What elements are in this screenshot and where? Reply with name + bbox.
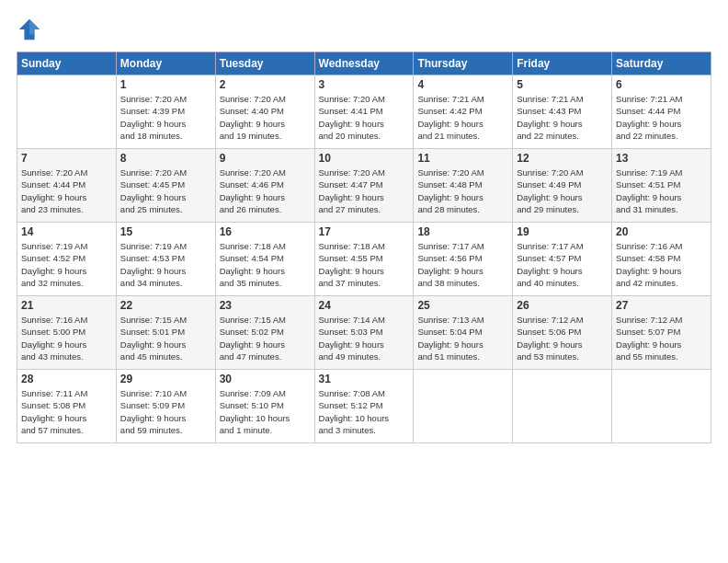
week-row-0: 1Sunrise: 7:20 AMSunset: 4:39 PMDaylight…	[17, 75, 711, 149]
day-info: Sunrise: 7:09 AMSunset: 5:10 PMDaylight:…	[220, 387, 311, 436]
day-cell	[513, 370, 612, 443]
day-number: 20	[616, 225, 707, 238]
day-info: Sunrise: 7:20 AMSunset: 4:44 PMDaylight:…	[21, 167, 112, 215]
day-number: 4	[417, 78, 508, 91]
weekday-tuesday: Tuesday	[215, 52, 314, 75]
weekday-saturday: Saturday	[612, 52, 711, 75]
day-info: Sunrise: 7:08 AMSunset: 5:12 PMDaylight:…	[319, 387, 410, 436]
day-number: 17	[319, 225, 410, 238]
day-info: Sunrise: 7:21 AMSunset: 4:43 PMDaylight:…	[517, 93, 608, 142]
day-cell: 3Sunrise: 7:20 AMSunset: 4:41 PMDaylight…	[314, 75, 414, 149]
day-info: Sunrise: 7:14 AMSunset: 5:03 PMDaylight:…	[319, 314, 410, 362]
day-info: Sunrise: 7:20 AMSunset: 4:46 PMDaylight:…	[220, 167, 311, 215]
day-cell: 29Sunrise: 7:10 AMSunset: 5:09 PMDayligh…	[116, 370, 215, 443]
day-number: 22	[120, 299, 211, 312]
day-cell: 19Sunrise: 7:17 AMSunset: 4:57 PMDayligh…	[513, 223, 612, 296]
day-info: Sunrise: 7:16 AMSunset: 5:00 PMDaylight:…	[21, 314, 112, 362]
day-number: 2	[220, 78, 311, 91]
day-number: 18	[417, 225, 508, 238]
day-info: Sunrise: 7:10 AMSunset: 5:09 PMDaylight:…	[120, 387, 211, 436]
day-number: 3	[319, 78, 410, 91]
day-cell: 22Sunrise: 7:15 AMSunset: 5:01 PMDayligh…	[116, 296, 215, 370]
day-cell: 15Sunrise: 7:19 AMSunset: 4:53 PMDayligh…	[116, 223, 215, 296]
day-info: Sunrise: 7:15 AMSunset: 5:02 PMDaylight:…	[220, 314, 311, 362]
day-info: Sunrise: 7:20 AMSunset: 4:41 PMDaylight:…	[319, 93, 410, 142]
day-cell	[612, 370, 711, 443]
weekday-friday: Friday	[513, 52, 612, 75]
day-cell: 1Sunrise: 7:20 AMSunset: 4:39 PMDaylight…	[116, 75, 215, 149]
day-info: Sunrise: 7:21 AMSunset: 4:44 PMDaylight:…	[616, 93, 707, 142]
day-cell: 9Sunrise: 7:20 AMSunset: 4:46 PMDaylight…	[215, 149, 314, 223]
svg-marker-1	[29, 19, 40, 35]
week-row-2: 14Sunrise: 7:19 AMSunset: 4:52 PMDayligh…	[17, 223, 711, 296]
day-number: 1	[120, 78, 211, 91]
day-number: 16	[220, 225, 311, 238]
day-cell: 30Sunrise: 7:09 AMSunset: 5:10 PMDayligh…	[215, 370, 314, 443]
day-info: Sunrise: 7:20 AMSunset: 4:45 PMDaylight:…	[120, 167, 211, 215]
calendar-header: SundayMondayTuesdayWednesdayThursdayFrid…	[17, 52, 711, 75]
day-number: 26	[517, 299, 608, 312]
day-number: 14	[21, 225, 112, 238]
day-info: Sunrise: 7:13 AMSunset: 5:04 PMDaylight:…	[417, 314, 508, 362]
day-cell: 17Sunrise: 7:18 AMSunset: 4:55 PMDayligh…	[314, 223, 414, 296]
weekday-row: SundayMondayTuesdayWednesdayThursdayFrid…	[17, 52, 711, 75]
day-info: Sunrise: 7:20 AMSunset: 4:49 PMDaylight:…	[517, 167, 608, 215]
day-number: 31	[319, 373, 410, 385]
week-row-4: 28Sunrise: 7:11 AMSunset: 5:08 PMDayligh…	[17, 370, 711, 443]
day-cell: 21Sunrise: 7:16 AMSunset: 5:00 PMDayligh…	[17, 296, 117, 370]
day-number: 7	[21, 152, 112, 165]
day-number: 24	[319, 299, 410, 312]
day-number: 28	[21, 373, 112, 385]
day-info: Sunrise: 7:20 AMSunset: 4:40 PMDaylight:…	[220, 93, 311, 142]
day-info: Sunrise: 7:21 AMSunset: 4:42 PMDaylight:…	[417, 93, 508, 142]
day-number: 15	[120, 225, 211, 238]
day-cell: 13Sunrise: 7:19 AMSunset: 4:51 PMDayligh…	[612, 149, 711, 223]
day-cell	[414, 370, 513, 443]
header	[17, 17, 711, 42]
week-row-3: 21Sunrise: 7:16 AMSunset: 5:00 PMDayligh…	[17, 296, 711, 370]
weekday-wednesday: Wednesday	[314, 52, 414, 75]
day-number: 27	[616, 299, 707, 312]
day-cell: 11Sunrise: 7:20 AMSunset: 4:48 PMDayligh…	[414, 149, 513, 223]
day-info: Sunrise: 7:20 AMSunset: 4:47 PMDaylight:…	[319, 167, 410, 215]
day-cell: 2Sunrise: 7:20 AMSunset: 4:40 PMDaylight…	[215, 75, 314, 149]
day-cell: 23Sunrise: 7:15 AMSunset: 5:02 PMDayligh…	[215, 296, 314, 370]
day-cell: 14Sunrise: 7:19 AMSunset: 4:52 PMDayligh…	[17, 223, 117, 296]
day-number: 23	[220, 299, 311, 312]
day-cell: 26Sunrise: 7:12 AMSunset: 5:06 PMDayligh…	[513, 296, 612, 370]
day-info: Sunrise: 7:12 AMSunset: 5:06 PMDaylight:…	[517, 314, 608, 362]
day-cell: 25Sunrise: 7:13 AMSunset: 5:04 PMDayligh…	[414, 296, 513, 370]
day-number: 6	[616, 78, 707, 91]
day-cell: 18Sunrise: 7:17 AMSunset: 4:56 PMDayligh…	[414, 223, 513, 296]
day-cell: 28Sunrise: 7:11 AMSunset: 5:08 PMDayligh…	[17, 370, 117, 443]
day-number: 19	[517, 225, 608, 238]
day-info: Sunrise: 7:17 AMSunset: 4:56 PMDaylight:…	[417, 240, 508, 289]
weekday-sunday: Sunday	[17, 52, 117, 75]
day-number: 8	[120, 152, 211, 165]
day-number: 29	[120, 373, 211, 385]
day-cell: 12Sunrise: 7:20 AMSunset: 4:49 PMDayligh…	[513, 149, 612, 223]
day-cell: 27Sunrise: 7:12 AMSunset: 5:07 PMDayligh…	[612, 296, 711, 370]
day-number: 11	[417, 152, 508, 165]
day-cell: 8Sunrise: 7:20 AMSunset: 4:45 PMDaylight…	[116, 149, 215, 223]
day-number: 25	[417, 299, 508, 312]
calendar-body: 1Sunrise: 7:20 AMSunset: 4:39 PMDaylight…	[17, 75, 711, 443]
day-cell: 6Sunrise: 7:21 AMSunset: 4:44 PMDaylight…	[612, 75, 711, 149]
day-info: Sunrise: 7:20 AMSunset: 4:39 PMDaylight:…	[120, 93, 211, 142]
day-info: Sunrise: 7:11 AMSunset: 5:08 PMDaylight:…	[21, 387, 112, 436]
day-cell	[17, 75, 117, 149]
day-cell: 7Sunrise: 7:20 AMSunset: 4:44 PMDaylight…	[17, 149, 117, 223]
calendar-table: SundayMondayTuesdayWednesdayThursdayFrid…	[17, 52, 711, 443]
day-cell: 31Sunrise: 7:08 AMSunset: 5:12 PMDayligh…	[314, 370, 414, 443]
week-row-1: 7Sunrise: 7:20 AMSunset: 4:44 PMDaylight…	[17, 149, 711, 223]
day-cell: 24Sunrise: 7:14 AMSunset: 5:03 PMDayligh…	[314, 296, 414, 370]
day-info: Sunrise: 7:19 AMSunset: 4:53 PMDaylight:…	[120, 240, 211, 289]
day-number: 21	[21, 299, 112, 312]
day-number: 13	[616, 152, 707, 165]
day-cell: 20Sunrise: 7:16 AMSunset: 4:58 PMDayligh…	[612, 223, 711, 296]
day-number: 30	[220, 373, 311, 385]
day-cell: 5Sunrise: 7:21 AMSunset: 4:43 PMDaylight…	[513, 75, 612, 149]
page: SundayMondayTuesdayWednesdayThursdayFrid…	[0, 0, 728, 563]
day-info: Sunrise: 7:16 AMSunset: 4:58 PMDaylight:…	[616, 240, 707, 289]
weekday-monday: Monday	[116, 52, 215, 75]
